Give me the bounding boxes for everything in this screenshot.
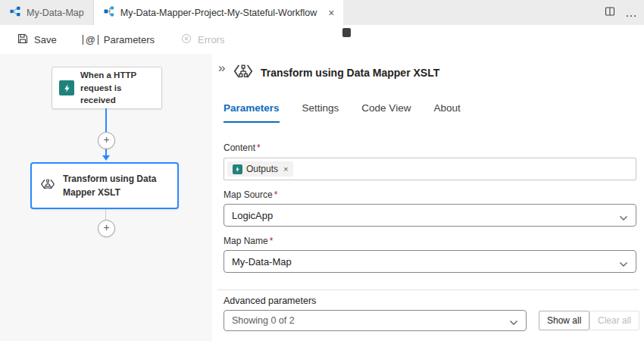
clear-all-button[interactable]: Clear all <box>589 311 639 330</box>
tab-label: My-Data-Mapper-Project-My-Stateful-Workf… <box>120 8 317 18</box>
tab-workflow[interactable]: My-Data-Mapper-Project-My-Stateful-Workf… <box>94 0 344 25</box>
save-button[interactable]: Save <box>17 33 57 47</box>
advanced-parameters-label: Advanced parameters <box>224 296 316 306</box>
save-icon <box>17 33 29 47</box>
editor-action-badge[interactable] <box>342 28 351 37</box>
required-asterisk: * <box>270 236 274 246</box>
tab-my-data-map[interactable]: My-Data-Map <box>0 0 94 25</box>
save-label: Save <box>34 34 57 45</box>
editor-tab-bar: My-Data-Map My-Data-Mapper-Project-My-St… <box>0 0 644 25</box>
action-card-xslt-transform[interactable]: Transform using Data Mapper XSLT <box>30 162 179 209</box>
panel-title: Transform using Data Mapper XSLT <box>261 67 439 79</box>
collapse-panel-icon[interactable]: » <box>218 61 225 74</box>
action-card-title: Transform using Data Mapper XSLT <box>63 172 170 199</box>
map-source-value: LogicApp <box>232 210 273 221</box>
content-input[interactable]: Outputs × <box>224 158 636 180</box>
more-actions-icon[interactable]: … <box>625 9 638 17</box>
http-request-trigger-icon <box>59 80 74 95</box>
map-name-dropdown[interactable]: My-Data-Map <box>224 250 636 273</box>
close-tab-icon[interactable]: × <box>328 8 334 18</box>
xslt-icon <box>232 60 255 86</box>
insert-step-button[interactable]: + <box>98 132 115 149</box>
required-asterisk: * <box>274 189 278 200</box>
advanced-parameters-value: Showing 0 of 2 <box>232 315 295 326</box>
errors-button[interactable]: Errors <box>180 33 224 47</box>
errors-label: Errors <box>198 34 224 45</box>
trigger-card-http-request[interactable]: When a HTTP request is received <box>52 67 162 109</box>
advanced-parameters-dropdown[interactable]: Showing 0 of 2 <box>224 310 527 331</box>
tab-code-view[interactable]: Code View <box>361 102 411 123</box>
chevron-down-icon <box>509 318 518 328</box>
remove-token-icon[interactable]: × <box>283 164 288 174</box>
panel-tab-bar: Parameters Settings Code View About <box>224 102 461 123</box>
parameters-button[interactable]: @ Parameters <box>83 34 155 45</box>
map-name-value: My-Data-Map <box>232 256 292 267</box>
xslt-icon <box>39 176 56 196</box>
chevron-down-icon <box>619 212 628 224</box>
outputs-token-label: Outputs <box>246 164 278 174</box>
section-divider <box>217 289 639 290</box>
designer-toolbar: Save @ Parameters Errors <box>0 25 644 54</box>
errors-icon <box>180 33 192 47</box>
parameters-label: Parameters <box>104 34 155 45</box>
workflow-icon <box>103 5 115 20</box>
operation-details-panel: » Transform using D <box>212 54 644 341</box>
connector-arrowhead <box>102 155 110 161</box>
map-name-label: Map Name* <box>224 236 273 246</box>
show-all-button[interactable]: Show all <box>539 311 589 330</box>
tab-settings[interactable]: Settings <box>302 102 339 123</box>
required-asterisk: * <box>257 142 261 153</box>
add-action-button[interactable]: + <box>98 220 115 237</box>
app-window: My-Data-Map My-Data-Mapper-Project-My-St… <box>0 0 644 341</box>
map-source-label: Map Source* <box>224 189 277 200</box>
map-source-dropdown[interactable]: LogicApp <box>224 204 636 227</box>
tab-about[interactable]: About <box>433 102 460 123</box>
trigger-card-title: When a HTTP request is received <box>80 69 155 107</box>
workflow-canvas[interactable]: When a HTTP request is received + <box>0 54 212 341</box>
tab-label: My-Data-Map <box>27 8 84 18</box>
parameters-icon: @ <box>83 35 98 45</box>
content-label: Content* <box>224 142 261 153</box>
data-map-icon <box>9 5 21 20</box>
tab-parameters[interactable]: Parameters <box>224 102 280 123</box>
split-editor-icon[interactable] <box>604 5 616 20</box>
outputs-token-chip[interactable]: Outputs × <box>227 161 293 177</box>
chevron-down-icon <box>619 258 628 270</box>
tabbar-actions: … <box>604 0 638 25</box>
outputs-token-icon <box>233 164 242 174</box>
